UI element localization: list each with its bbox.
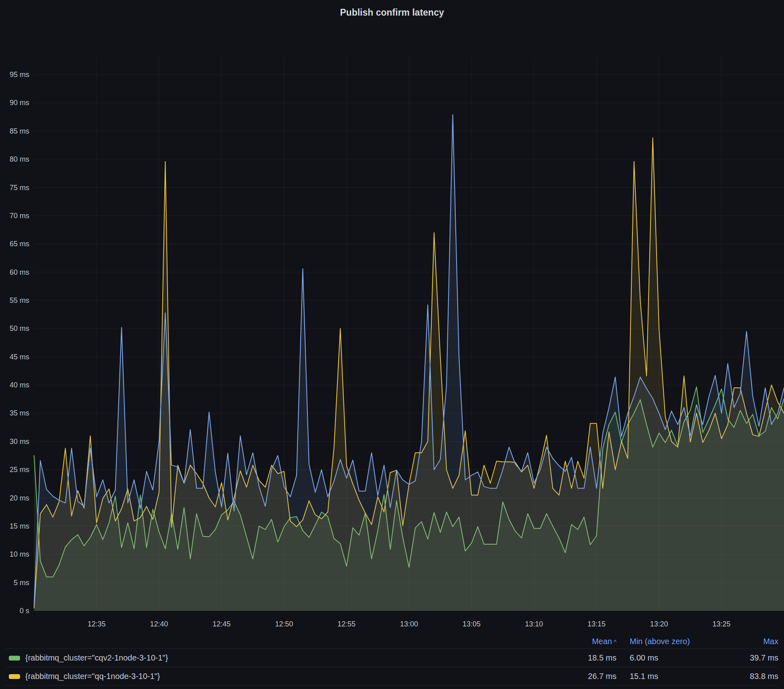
legend-row-cqv2: {rabbitmq_cluster="cqv2-1node-3-10-1"}18… bbox=[6, 648, 778, 667]
x-axis-tick-label: 12:45 bbox=[212, 620, 230, 628]
y-axis-tick-label: 10 ms bbox=[10, 550, 29, 558]
sort-ascending-icon: ^ bbox=[614, 638, 616, 645]
x-axis-tick-label: 12:50 bbox=[275, 620, 293, 628]
series-color-swatch-cqv2[interactable] bbox=[9, 656, 20, 661]
y-axis-tick-label: 5 ms bbox=[14, 579, 29, 587]
y-axis-tick-label: 0 s bbox=[20, 607, 29, 615]
legend-stat-mean-cqv2: 18.5 ms bbox=[560, 653, 616, 663]
y-axis-labels: 0 s5 ms10 ms15 ms20 ms25 ms30 ms35 ms40 … bbox=[10, 71, 29, 615]
y-axis-tick-label: 15 ms bbox=[10, 522, 29, 530]
y-axis-tick-label: 60 ms bbox=[10, 268, 29, 276]
y-axis-tick-label: 25 ms bbox=[10, 466, 29, 474]
y-axis-tick-label: 40 ms bbox=[10, 381, 29, 389]
legend-header-mean-label: Mean bbox=[592, 637, 612, 646]
x-axis-tick-label: 12:35 bbox=[87, 620, 105, 628]
panel: Publish confirm latency 0 s5 ms10 ms15 m… bbox=[0, 0, 784, 689]
legend-header-min[interactable]: Min (above zero) bbox=[616, 637, 710, 646]
legend-label-col: {rabbitmq_cluster="cqv2-1node-3-10-1"} bbox=[6, 653, 560, 663]
legend-row-qq1: {rabbitmq_cluster="qq-1node-3-10-1"}26.7… bbox=[6, 667, 778, 685]
series-label-cqv2[interactable]: {rabbitmq_cluster="cqv2-1node-3-10-1"} bbox=[25, 653, 168, 663]
legend-row-qq3: {rabbitmq_cluster="qq-3nodes-3-10-1"}28.… bbox=[6, 685, 778, 689]
x-axis-tick-label: 12:55 bbox=[337, 620, 356, 628]
series-label-qq1[interactable]: {rabbitmq_cluster="qq-1node-3-10-1"} bbox=[25, 672, 160, 681]
legend: Mean^ Min (above zero) Max {rabbitmq_clu… bbox=[0, 634, 784, 689]
x-axis-tick-label: 13:20 bbox=[650, 620, 668, 628]
x-axis-tick-label: 13:10 bbox=[525, 620, 543, 628]
x-axis-tick-label: 13:15 bbox=[588, 620, 606, 628]
y-axis-tick-label: 70 ms bbox=[10, 212, 29, 220]
x-axis-tick-label: 13:05 bbox=[463, 620, 481, 628]
legend-header-max[interactable]: Max bbox=[710, 637, 778, 646]
x-axis-tick-label: 13:25 bbox=[713, 620, 731, 628]
y-axis-tick-label: 30 ms bbox=[10, 438, 29, 446]
y-axis-tick-label: 45 ms bbox=[10, 353, 29, 361]
y-axis-tick-label: 95 ms bbox=[10, 71, 29, 79]
y-axis-tick-label: 20 ms bbox=[10, 494, 29, 502]
legend-sort-mean[interactable]: Mean^ bbox=[560, 637, 616, 646]
legend-header: Mean^ Min (above zero) Max bbox=[6, 634, 778, 648]
x-axis-tick-label: 13:00 bbox=[400, 620, 418, 628]
y-axis-tick-label: 80 ms bbox=[10, 155, 29, 163]
y-axis-tick-label: 85 ms bbox=[10, 127, 29, 135]
y-axis-tick-label: 50 ms bbox=[10, 324, 29, 332]
series-color-swatch-qq1[interactable] bbox=[9, 674, 20, 679]
latency-chart[interactable]: 0 s5 ms10 ms15 ms20 ms25 ms30 ms35 ms40 … bbox=[0, 18, 784, 634]
y-axis-tick-label: 90 ms bbox=[10, 99, 29, 107]
y-axis-tick-label: 55 ms bbox=[10, 296, 29, 304]
x-axis-tick-label: 12:40 bbox=[150, 620, 168, 628]
legend-rows: {rabbitmq_cluster="cqv2-1node-3-10-1"}18… bbox=[6, 648, 778, 689]
panel-title[interactable]: Publish confirm latency bbox=[0, 0, 784, 18]
x-axis-labels: 12:3512:4012:4512:5012:5513:0013:0513:10… bbox=[87, 620, 730, 628]
legend-stat-max-cqv2: 39.7 ms bbox=[710, 653, 778, 663]
legend-stat-min-cqv2: 6.00 ms bbox=[616, 653, 710, 663]
legend-stat-min-qq1: 15.1 ms bbox=[616, 672, 710, 681]
y-axis-tick-label: 75 ms bbox=[10, 184, 29, 192]
y-axis-tick-label: 65 ms bbox=[10, 240, 29, 248]
legend-label-col: {rabbitmq_cluster="qq-1node-3-10-1"} bbox=[6, 672, 560, 681]
legend-stat-max-qq1: 83.8 ms bbox=[710, 672, 778, 681]
y-axis-tick-label: 35 ms bbox=[10, 409, 29, 417]
legend-stat-mean-qq1: 26.7 ms bbox=[560, 672, 616, 681]
